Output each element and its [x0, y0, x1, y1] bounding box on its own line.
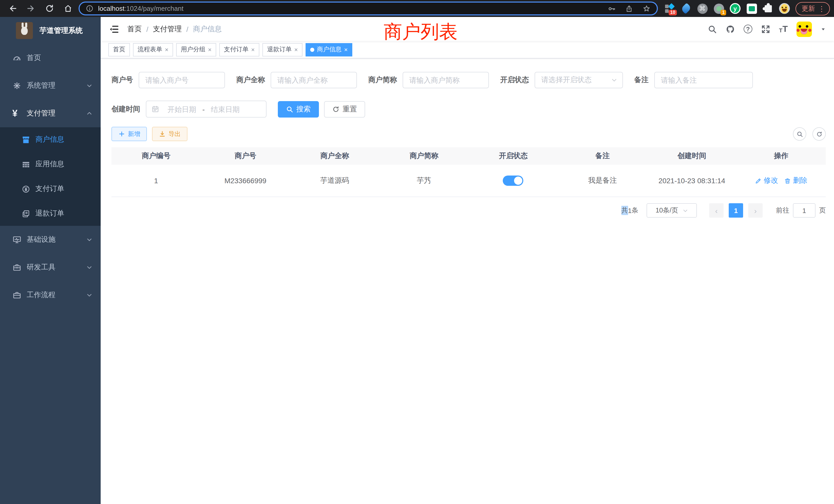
header-search-icon[interactable]	[708, 24, 717, 33]
col-actions: 操作	[737, 152, 826, 161]
reload-icon[interactable]	[45, 4, 54, 13]
breadcrumb-home[interactable]: 首页	[127, 24, 142, 33]
extension-recorder-icon[interactable]: 1	[713, 3, 724, 14]
sidebar-item-refund-order[interactable]: 退款订单	[0, 201, 101, 226]
breadcrumb-separator: /	[186, 25, 189, 33]
sidebar-item-label: 研发工具	[27, 263, 56, 272]
sidebar-item-infra[interactable]: 基础设施	[0, 226, 101, 254]
sidebar-item-workflow[interactable]: 工作流程	[0, 281, 101, 309]
yen-icon: ¥	[12, 109, 22, 118]
start-date-input[interactable]	[162, 105, 201, 113]
download-icon	[159, 130, 166, 138]
browser-menu-icon[interactable]: ⋮	[818, 4, 825, 13]
cell-merchant-no: M233666999	[201, 177, 290, 185]
sidebar-item-pay-order[interactable]: 支付订单	[0, 177, 101, 201]
github-icon[interactable]	[726, 24, 735, 33]
gear-icon	[12, 81, 22, 90]
breadcrumb-level2[interactable]: 支付管理	[153, 24, 182, 33]
tab-refund-order[interactable]: 退款订单 ×	[262, 43, 303, 56]
extension-yuque-icon[interactable]: y	[730, 3, 741, 14]
reset-button[interactable]: 重置	[324, 101, 365, 117]
table-row: 1 M233666999 芋道源码 芋艿 我是备注 2021-10-23 08:…	[111, 165, 826, 197]
search-button[interactable]: 搜索	[278, 101, 319, 117]
extension-tabs-icon[interactable]: 10	[664, 3, 675, 14]
end-date-input[interactable]	[206, 105, 245, 113]
sidebar-item-label: 应用信息	[36, 160, 64, 169]
browser-update-button[interactable]: 更新 ⋮	[795, 2, 830, 15]
create-time-range-picker[interactable]: -	[146, 100, 266, 117]
page-size-value: 10条/页	[656, 206, 678, 215]
app-title: 芋道管理系统	[40, 26, 83, 35]
merchant-short-input[interactable]	[403, 72, 489, 88]
breadcrumb: 首页 / 支付管理 / 商户信息	[127, 24, 222, 33]
back-icon[interactable]	[8, 4, 17, 13]
status-select[interactable]: 请选择开启状态	[534, 72, 623, 88]
bookmark-star-icon[interactable]	[642, 4, 651, 13]
merchant-name-input[interactable]	[271, 72, 357, 88]
search-icon	[796, 131, 803, 137]
remark-input[interactable]	[654, 72, 753, 88]
share-icon[interactable]	[625, 4, 633, 13]
prev-page-button[interactable]: ‹	[709, 203, 724, 217]
edit-link[interactable]: 修改	[755, 176, 778, 185]
extension-chat-icon[interactable]	[746, 3, 757, 14]
table-header-row: 商户编号 商户号 商户全称 商户简称 开启状态 备注 创建时间 操作	[111, 147, 826, 165]
tab-close-icon[interactable]: ×	[251, 46, 255, 53]
sidebar-item-app-info[interactable]: 应用信息	[0, 152, 101, 177]
info-icon[interactable]	[86, 5, 93, 12]
cell-actions: 修改 删除	[737, 176, 826, 185]
status-toggle[interactable]	[503, 176, 524, 186]
sidebar-item-devtools[interactable]: 研发工具	[0, 254, 101, 281]
tab-merchant-info[interactable]: 商户信息 ×	[306, 43, 352, 56]
sidebar-item-payment[interactable]: ¥ 支付管理	[0, 99, 101, 127]
sidebar-item-merchant-info[interactable]: 商户信息	[0, 127, 101, 152]
sidebar-collapse-icon[interactable]	[109, 24, 119, 34]
url-bar[interactable]: localhost:1024/pay/merchant	[79, 2, 658, 16]
app-logo[interactable]: 芋道管理系统	[0, 17, 101, 44]
col-status: 开启状态	[468, 152, 558, 161]
pagination-total-suffix: 条	[632, 206, 638, 215]
tab-close-icon[interactable]: ×	[165, 46, 169, 53]
browser-profile-avatar[interactable]	[779, 3, 790, 14]
tab-home[interactable]: 首页	[108, 43, 130, 56]
tab-user-group[interactable]: 用户分组 ×	[176, 43, 216, 56]
payment-submenu: 商户信息 应用信息 支付订单 退款订单	[0, 127, 101, 226]
create-time-label: 创建时间	[111, 105, 140, 114]
key-icon[interactable]	[608, 4, 616, 13]
fullscreen-icon[interactable]	[761, 24, 770, 33]
toggle-search-button[interactable]	[793, 127, 806, 141]
font-size-icon[interactable]: TT	[779, 25, 788, 33]
refresh-icon	[332, 106, 339, 113]
pagination: 共1条 10条/页 ‹ 1 › 前往 页	[111, 203, 826, 217]
page-1-button[interactable]: 1	[729, 203, 743, 217]
delete-link[interactable]: 删除	[784, 176, 807, 185]
user-avatar[interactable]	[796, 21, 812, 37]
next-page-button[interactable]: ›	[748, 203, 763, 217]
chevron-up-icon	[86, 110, 92, 116]
extension-kite-icon[interactable]	[680, 3, 691, 14]
page-size-select[interactable]: 10条/页	[646, 203, 697, 217]
refresh-table-button[interactable]	[812, 127, 826, 141]
avatar-caret-down-icon[interactable]	[821, 26, 826, 31]
tab-close-icon[interactable]: ×	[344, 46, 348, 53]
sidebar-item-label: 工作流程	[27, 291, 56, 300]
tab-process-form[interactable]: 流程表单 ×	[133, 43, 173, 56]
date-range-separator: -	[201, 105, 206, 113]
forward-icon[interactable]	[27, 4, 36, 13]
tab-close-icon[interactable]: ×	[294, 46, 298, 53]
goto-page-input[interactable]	[793, 203, 815, 217]
sidebar-item-system[interactable]: 系统管理	[0, 72, 101, 99]
merchant-no-input[interactable]	[139, 72, 225, 88]
add-button[interactable]: 新增	[111, 127, 147, 141]
tab-pay-order[interactable]: 支付订单 ×	[219, 43, 259, 56]
remark-label: 备注	[634, 75, 649, 85]
tab-close-icon[interactable]: ×	[208, 46, 212, 53]
home-icon[interactable]	[64, 4, 72, 13]
export-button[interactable]: 导出	[152, 127, 188, 141]
sidebar-item-home[interactable]: 首页	[0, 44, 101, 72]
tab-label: 首页	[113, 45, 125, 54]
active-tab-dot-icon	[310, 47, 314, 51]
extension-command-icon[interactable]: ⌘	[697, 3, 708, 14]
help-icon[interactable]: ?	[744, 25, 752, 33]
extensions-puzzle-icon[interactable]	[763, 3, 773, 14]
